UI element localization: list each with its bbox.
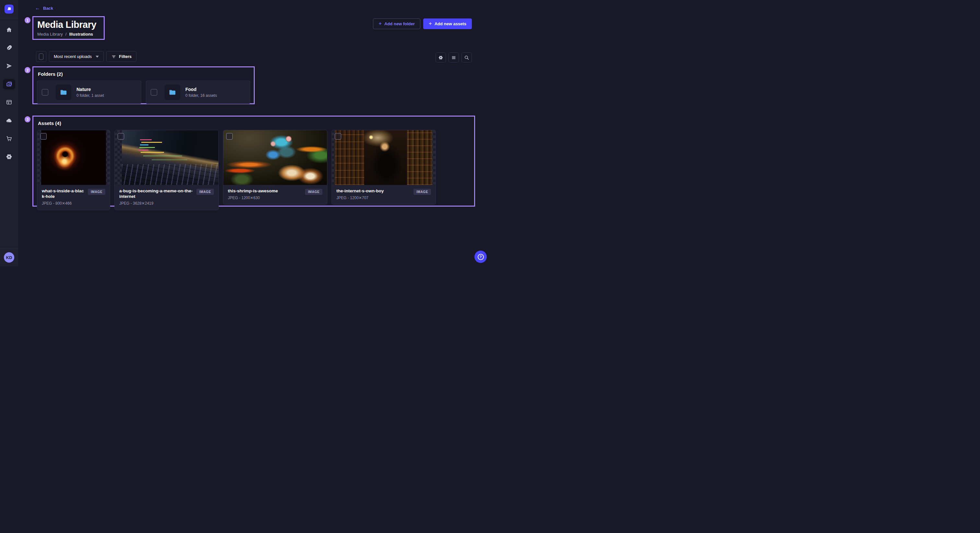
asset-text: a-bug-is-becoming-a-meme-on-the-internet… <box>119 189 193 206</box>
folder-card-food[interactable]: Food 0 folder, 16 assets <box>146 81 250 104</box>
breadcrumb-parent[interactable]: Media Library <box>37 32 63 36</box>
sidebar-item-deploy[interactable] <box>3 61 15 71</box>
asset-card-shrimp[interactable]: this-shrimp-is-awesome JPEG - 1200✕630 I… <box>223 130 327 205</box>
folder-meta: 0 folder, 16 assets <box>185 93 217 98</box>
checkbox-glyph <box>39 54 43 60</box>
folder-text: Food 0 folder, 16 assets <box>185 87 217 98</box>
annotation-box-title: Media Library Media Library / Illustrati… <box>32 16 105 40</box>
chevron-down-icon <box>95 56 99 58</box>
asset-type-badge: IMAGE <box>88 189 105 195</box>
folder-icon <box>168 88 177 97</box>
gear-icon <box>5 153 13 160</box>
asset-type-badge: IMAGE <box>196 189 214 195</box>
sidebar-item-content-type-builder[interactable] <box>3 43 15 53</box>
asset-checkbox[interactable] <box>226 133 233 140</box>
search-button[interactable] <box>461 52 472 62</box>
logo-container <box>0 0 18 19</box>
asset-text: the-internet-s-own-boy JPEG - 1200✕707 <box>336 189 410 200</box>
add-new-assets-label: Add new assets <box>434 21 466 26</box>
back-link[interactable]: ← Back <box>35 5 53 11</box>
add-new-folder-button[interactable]: + Add new folder <box>373 19 420 29</box>
folder-icon <box>59 88 68 97</box>
asset-info: this-shrimp-is-awesome JPEG - 1200✕630 I… <box>223 185 327 204</box>
asset-type-badge: IMAGE <box>414 189 431 195</box>
sidebar-item-media-library[interactable] <box>3 79 15 89</box>
annotation-circle-3: 3 <box>25 116 30 122</box>
asset-thumbnail <box>223 130 327 185</box>
folder-tile <box>165 84 180 100</box>
sort-dropdown[interactable]: Most recent uploads <box>49 51 104 62</box>
asset-checkbox[interactable] <box>118 133 124 140</box>
laptop-code-photo <box>122 130 218 185</box>
asset-text: this-shrimp-is-awesome JPEG - 1200✕630 <box>228 189 302 200</box>
sort-dropdown-value: Most recent uploads <box>54 54 92 59</box>
breadcrumb: Media Library / Illustrations <box>37 32 100 36</box>
asset-title: what-s-inside-a-black-hole <box>42 189 84 200</box>
folder-name: Food <box>185 87 217 92</box>
asset-checkbox[interactable] <box>40 133 47 140</box>
asset-thumbnail <box>115 130 218 185</box>
asset-card-internets-own-boy[interactable]: the-internet-s-own-boy JPEG - 1200✕707 I… <box>331 130 436 205</box>
strapi-logo-icon <box>6 6 12 12</box>
asset-title: a-bug-is-becoming-a-meme-on-the-internet <box>119 189 193 200</box>
list-view-button[interactable] <box>449 52 459 62</box>
filter-icon <box>111 54 116 59</box>
asset-card-bug-meme[interactable]: a-bug-is-becoming-a-meme-on-the-internet… <box>115 130 219 210</box>
assets-section: Assets (4) what-s-inside-a-black-hole JP… <box>32 116 475 206</box>
folder-checkbox[interactable] <box>42 89 48 95</box>
folder-tile <box>56 84 71 100</box>
breadcrumb-separator: / <box>65 32 67 36</box>
help-button[interactable]: ? <box>474 251 487 263</box>
asset-meta: JPEG - 3628✕2419 <box>119 201 193 206</box>
sidebar-item-cloud[interactable] <box>3 115 15 125</box>
media-library-page: KD ← Back Media Library Media Library / … <box>0 0 490 266</box>
sidebar-item-home[interactable] <box>3 25 15 35</box>
asset-thumbnail <box>37 130 110 185</box>
question-mark-icon: ? <box>478 254 484 260</box>
shrimp-photo <box>223 130 327 185</box>
search-icon <box>464 55 469 60</box>
sidebar-footer: KD <box>0 248 18 266</box>
plus-icon: + <box>379 21 382 26</box>
asset-meta: JPEG - 1200✕630 <box>228 195 302 200</box>
toolbar-right <box>436 52 472 62</box>
back-arrow-icon: ← <box>35 5 40 11</box>
folders-section: Folders (2) Nature 0 folder, 1 asset <box>32 67 255 104</box>
strapi-logo[interactable] <box>5 5 14 14</box>
asset-info: the-internet-s-own-boy JPEG - 1200✕707 I… <box>332 185 436 204</box>
asset-text: what-s-inside-a-black-hole JPEG - 800✕46… <box>42 189 84 206</box>
black-hole-photo <box>41 130 106 185</box>
asset-card-black-hole[interactable]: what-s-inside-a-black-hole JPEG - 800✕46… <box>37 130 110 210</box>
toolbar: Most recent uploads Filters <box>32 51 472 62</box>
page-title: Media Library <box>37 19 100 30</box>
folder-meta: 0 folder, 1 asset <box>76 93 104 98</box>
folder-card-nature[interactable]: Nature 0 folder, 1 asset <box>37 81 141 104</box>
view-settings-button[interactable] <box>436 52 446 62</box>
asset-info: a-bug-is-becoming-a-meme-on-the-internet… <box>115 185 218 210</box>
filters-button[interactable]: Filters <box>106 51 137 62</box>
toolbar-left: Most recent uploads Filters <box>36 51 137 62</box>
paper-plane-icon <box>6 63 12 69</box>
feather-icon <box>6 45 12 51</box>
add-new-folder-label: Add new folder <box>384 21 415 26</box>
asset-list: what-s-inside-a-black-hole JPEG - 800✕46… <box>37 130 471 210</box>
asset-checkbox[interactable] <box>335 133 341 140</box>
folder-list: Nature 0 folder, 1 asset Food 0 folder, … <box>37 81 250 104</box>
sidebar-item-marketplace[interactable] <box>3 133 15 144</box>
user-avatar[interactable]: KD <box>4 252 14 263</box>
sidebar-nav <box>3 19 15 248</box>
layout-panel-icon <box>6 99 12 106</box>
sidebar-item-settings[interactable] <box>3 152 15 162</box>
back-label: Back <box>43 6 53 11</box>
add-new-assets-button[interactable]: + Add new assets <box>423 19 472 29</box>
select-all-checkbox[interactable] <box>36 51 46 62</box>
breadcrumb-current: Illustrations <box>69 32 93 36</box>
folder-text: Nature 0 folder, 1 asset <box>76 87 104 98</box>
folder-checkbox[interactable] <box>151 89 157 95</box>
header-actions: + Add new folder + Add new assets <box>373 19 472 29</box>
gear-icon <box>438 55 444 60</box>
home-icon <box>6 27 12 33</box>
sidebar-item-content-manager[interactable] <box>3 97 15 108</box>
annotation-circle-1: 1 <box>25 17 30 23</box>
asset-type-badge: IMAGE <box>305 189 323 195</box>
